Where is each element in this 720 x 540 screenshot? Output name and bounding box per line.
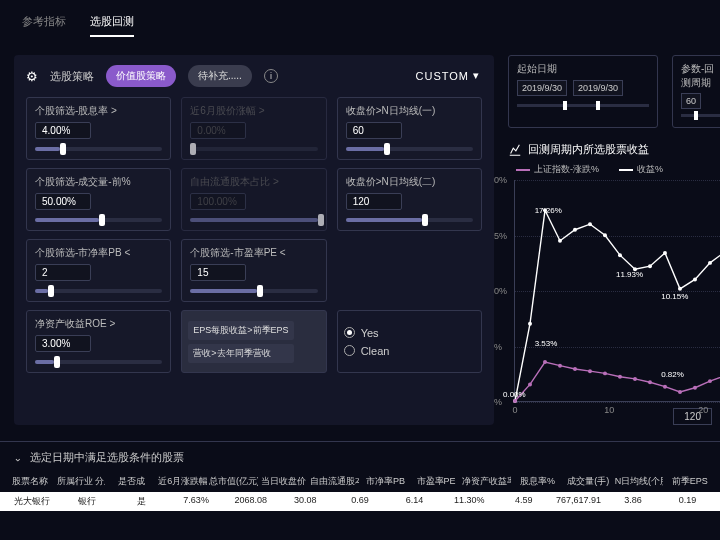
filter-label: 近6月股价涨幅 > (190, 104, 317, 118)
cell: 6.14 (388, 495, 441, 508)
filter-card: 个股筛选-股息率 > (26, 97, 171, 160)
eps-cond-2[interactable]: 营收>去年同季营收 (188, 344, 293, 363)
filter-slider[interactable] (190, 289, 317, 293)
filter-slider[interactable] (35, 360, 162, 364)
table-header: 股票名称所属行业 分股是否成近6月涨跌幅总市值(亿元)当日收盘价自由流通股本占比… (0, 475, 720, 488)
cell: 7.63% (170, 495, 223, 508)
col-header[interactable]: 股票名称 (6, 475, 55, 488)
start-date[interactable]: 2019/9/30 (517, 80, 567, 96)
filter-input[interactable] (190, 122, 246, 139)
date-label: 起始日期 (517, 62, 649, 76)
radio-yes[interactable]: Yes (344, 327, 475, 339)
filter-card: 近6月股价涨幅 > (181, 97, 326, 160)
filter-input[interactable] (35, 264, 91, 281)
col-header[interactable]: 前季EPS (665, 475, 714, 488)
results-section: ⌃ 选定日期中满足选股条件的股票 股票名称所属行业 分股是否成近6月涨跌幅总市值… (0, 441, 720, 511)
filter-card: 个股筛选-成交量-前% (26, 168, 171, 231)
svg-point-26 (663, 385, 667, 389)
param-slider[interactable] (681, 114, 720, 117)
filter-slider[interactable] (346, 218, 473, 222)
cell: 30.08 (279, 495, 332, 508)
table-row[interactable]: 光大银行银行是7.63%2068.0830.080.696.1411.30%4.… (0, 492, 720, 511)
tab-backtest[interactable]: 选股回测 (90, 8, 134, 37)
col-header[interactable]: 近6月涨跌幅 (158, 475, 207, 488)
svg-point-20 (573, 367, 577, 371)
filter-input[interactable] (346, 122, 402, 139)
filter-card: 净资产收益ROE > (26, 310, 171, 373)
svg-point-19 (558, 364, 562, 368)
col-header[interactable]: 所属行业 分股 (57, 475, 106, 488)
chevron-down-icon[interactable]: ⌃ (14, 452, 22, 463)
filter-slider[interactable] (190, 218, 317, 222)
filter-label: 个股筛选-股息率 > (35, 104, 162, 118)
col-header[interactable]: 股息率% (513, 475, 562, 488)
svg-point-13 (708, 261, 712, 265)
eps-cond-1[interactable]: EPS每股收益>前季EPS (188, 321, 293, 340)
filter-card: 收盘价>N日均线(一) (337, 97, 482, 160)
param-group: 参数-回测周期 60 (672, 55, 720, 128)
filter-label: 个股筛选-成交量-前% (35, 175, 162, 189)
cell: 0.19 (661, 495, 714, 508)
filter-input[interactable] (190, 264, 246, 281)
svg-point-1 (528, 322, 532, 326)
filter-slider[interactable] (35, 218, 162, 222)
svg-point-17 (528, 382, 532, 386)
filter-slider[interactable] (190, 147, 317, 151)
data-label: 11.93% (616, 270, 643, 279)
svg-point-6 (603, 233, 607, 237)
data-label: 17.26% (535, 206, 562, 215)
date-slider[interactable] (517, 104, 649, 107)
data-label: 0.82% (661, 370, 684, 379)
filter-label: 自由流通股本占比 > (190, 175, 317, 189)
info-icon[interactable]: i (264, 69, 278, 83)
cell: 3.86 (607, 495, 660, 508)
cell: 11.30% (443, 495, 496, 508)
col-header[interactable]: 是否成 (107, 475, 156, 488)
filter-input[interactable] (346, 193, 402, 210)
radio-clean[interactable]: Clean (344, 345, 475, 357)
pill-pending[interactable]: 待补充..... (188, 65, 252, 87)
filter-input[interactable] (35, 335, 91, 352)
data-label: 3.53% (535, 339, 558, 348)
col-header[interactable]: 成交量(手) (564, 475, 613, 488)
svg-point-28 (693, 386, 697, 390)
filter-slider[interactable] (35, 289, 162, 293)
cell: 4.59 (497, 495, 550, 508)
col-header[interactable]: 总市值(亿元) (209, 475, 258, 488)
svg-point-22 (603, 371, 607, 375)
chart-title-row: 回测周期内所选股票收益 (508, 142, 720, 157)
col-header[interactable]: 自由流通股本占比 (310, 475, 359, 488)
eps-conditions: EPS每股收益>前季EPS营收>去年同季营收 (181, 310, 326, 373)
results-title: 选定日期中满足选股条件的股票 (30, 450, 184, 465)
col-header[interactable]: 市净率PB (361, 475, 410, 488)
col-header[interactable]: 当日收盘价 (260, 475, 309, 488)
svg-point-18 (543, 360, 547, 364)
tab-reference[interactable]: 参考指标 (22, 8, 66, 37)
svg-point-23 (618, 375, 622, 379)
filter-input[interactable] (35, 122, 91, 139)
filter-input[interactable] (190, 193, 246, 210)
filter-slider[interactable] (346, 147, 473, 151)
col-header[interactable]: 市盈率PE (412, 475, 461, 488)
col-header[interactable]: N日均线(个股) (615, 475, 664, 488)
filter-slider[interactable] (35, 147, 162, 151)
param-value[interactable]: 60 (681, 93, 701, 109)
cell: 0.69 (334, 495, 387, 508)
svg-point-5 (588, 222, 592, 226)
custom-label[interactable]: CUSTOM▾ (416, 69, 480, 82)
end-date[interactable]: 2019/9/30 (573, 80, 623, 96)
gear-icon: ⚙ (26, 69, 38, 84)
data-label: 0.00% (503, 390, 526, 399)
col-header[interactable]: 净资产收益率ROE (462, 475, 511, 488)
svg-point-29 (708, 379, 712, 383)
svg-point-10 (663, 251, 667, 255)
filter-card: 个股筛选-市盈率PE < (181, 239, 326, 302)
filter-label: 净资产收益ROE > (35, 317, 162, 331)
filter-input[interactable] (35, 193, 91, 210)
cell: 是 (115, 495, 168, 508)
strategy-title: 选股策略 (50, 69, 94, 84)
filter-label: 个股筛选-市盈率PE < (190, 246, 317, 260)
pill-value-strategy[interactable]: 价值股策略 (106, 65, 176, 87)
filter-card: 自由流通股本占比 > (181, 168, 326, 231)
svg-point-24 (633, 377, 637, 381)
